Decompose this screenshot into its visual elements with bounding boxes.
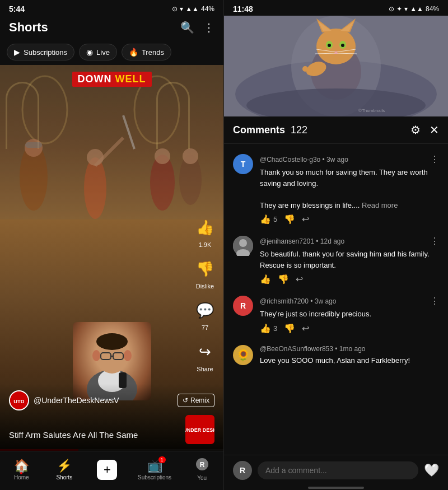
kitten-preview-svg: ©Thumbnails: [224, 16, 448, 116]
svg-point-17: [96, 333, 128, 350]
comment-body: @richsmith7200 • 3w ago ⋮ They're just s…: [260, 296, 439, 334]
close-comments-button[interactable]: ✕: [430, 123, 439, 137]
reply-comment-button[interactable]: ↩: [302, 323, 309, 334]
reply-comment-icon: ↩: [296, 274, 303, 284]
comment-more-icon[interactable]: ⋮: [430, 296, 439, 306]
filter-tab-live[interactable]: ◉ Live: [79, 44, 117, 60]
nav-shorts[interactable]: ⚡ Shorts: [48, 456, 81, 483]
nav-add[interactable]: +: [90, 458, 124, 482]
like-comment-count: 5: [273, 215, 277, 223]
read-more-link[interactable]: Read more: [362, 201, 398, 209]
svg-point-34: [316, 29, 356, 64]
channel-info: UTD @UnderTheDeskNewsV: [9, 390, 119, 410]
logo-well-text: WELL: [115, 73, 146, 85]
svg-point-6: [84, 157, 106, 219]
dislike-comment-button[interactable]: 👎: [278, 274, 289, 284]
right-battery-icon: 84%: [426, 5, 439, 13]
channel-thumbnail[interactable]: UNDER DESK: [185, 415, 214, 444]
you-icon: R: [196, 458, 208, 474]
like-button[interactable]: 👍 1.9K: [193, 216, 217, 248]
svg-point-11: [155, 148, 170, 164]
comment-body: @BeeOnASunflower853 • 1mo ago Love you S…: [260, 345, 439, 370]
comment-more-icon[interactable]: ⋮: [430, 236, 439, 246]
subscriptions-tab-label: Subscriptions: [24, 48, 67, 57]
svg-point-13: [183, 148, 198, 164]
comment-avatar[interactable]: 🌻: [233, 345, 253, 365]
share-button[interactable]: ↪ Share: [193, 340, 217, 372]
svg-text:UNDER
DESK: UNDER DESK: [185, 427, 214, 433]
reply-comment-icon: ↩: [302, 214, 309, 225]
comment-actions: 👍 5 👎 ↩: [260, 214, 439, 225]
like-comment-icon: 👍: [260, 214, 271, 225]
comment-body: @jenihansen7201 • 12d ago ⋮ So beautiful…: [260, 236, 439, 284]
home-indicator: [308, 487, 364, 489]
subscriptions-label: Subscriptions: [138, 474, 171, 480]
input-user-avatar: R: [233, 461, 252, 480]
filter-tab-subscriptions[interactable]: ▶ Subscriptions: [7, 44, 74, 60]
clock-icon: ⊙: [172, 5, 178, 13]
comment-input-field[interactable]: [258, 461, 418, 479]
like-comment-button[interactable]: 👍 5: [260, 214, 277, 225]
comment-text: They're just so incredibly precious.: [260, 309, 439, 320]
dislike-comment-button[interactable]: 👎: [284, 214, 295, 225]
remix-button[interactable]: ↺ Remix: [178, 394, 214, 407]
reply-comment-button[interactable]: ↩: [296, 274, 303, 284]
filter-tab-trends[interactable]: 🔥 Trends: [122, 44, 171, 60]
comments-list: T @ChadCostello-g3o • 3w ago ⋮ Thank you…: [224, 144, 448, 455]
svg-point-46: [302, 66, 308, 72]
svg-rect-5: [25, 142, 42, 148]
dislike-comment-button[interactable]: 👎: [284, 323, 295, 334]
filter-comments-button[interactable]: ⚙: [410, 123, 421, 137]
comment-actions: 👍 👎 ↩: [260, 274, 439, 284]
svg-point-19: [124, 350, 132, 361]
filter-tabs: ▶ Subscriptions ◉ Live 🔥 Trends: [0, 39, 223, 65]
nav-you[interactable]: R You: [185, 456, 219, 483]
page-title: Shorts: [9, 20, 48, 35]
comment-avatar[interactable]: [233, 236, 253, 256]
svg-point-42: [341, 44, 344, 47]
subscriptions-badge: 1: [158, 456, 166, 463]
home-label: Home: [14, 474, 29, 480]
left-time: 5:44: [9, 4, 25, 13]
dislike-button[interactable]: 👎 Dislike: [193, 257, 217, 290]
video-info-overlay: UTD @UnderTheDeskNewsV ↺ Remix Stiff Arm…: [0, 384, 223, 451]
dislike-comment-icon: 👎: [284, 323, 295, 334]
like-comment-button[interactable]: 👍: [260, 274, 271, 284]
nav-subscriptions[interactable]: 📺 1 Subscriptions: [133, 456, 176, 483]
kitten-video-preview[interactable]: ©Thumbnails: [224, 16, 448, 116]
channel-avatar[interactable]: UTD: [9, 390, 29, 410]
comment-author: @jenihansen7201 • 12d ago: [260, 237, 344, 245]
comment-input-bar: R 🤍: [224, 455, 448, 486]
comment-avatar[interactable]: R: [233, 296, 253, 316]
top-bar-actions: 🔍 ⋮: [180, 21, 214, 34]
remix-icon: ↺: [183, 396, 188, 404]
comment-meta: @richsmith7200 • 3w ago ⋮: [260, 296, 439, 306]
add-button[interactable]: +: [97, 460, 117, 480]
comment-meta: @BeeOnASunflower853 • 1mo ago: [260, 345, 439, 353]
nav-home[interactable]: 🏠 Home: [4, 456, 38, 483]
dislike-comment-icon: 👎: [278, 274, 289, 284]
comment-button[interactable]: 💬 77: [193, 298, 217, 331]
svg-point-54: [239, 239, 247, 247]
right-clock-icon: ⊙: [389, 5, 394, 13]
shorts-label: Shorts: [56, 474, 72, 480]
comment-author: @BeeOnASunflower853 • 1mo ago: [260, 345, 366, 353]
comment-more-icon[interactable]: ⋮: [430, 154, 439, 165]
channel-thumb-icon: UNDER DESK: [185, 415, 214, 444]
video-area[interactable]: DOWN WELL: [0, 65, 223, 451]
more-options-button[interactable]: ⋮: [203, 21, 214, 34]
video-actions: 👍 1.9K 👎 Dislike 💬 77 ↪ Share: [193, 216, 217, 372]
dislike-icon: 👎: [193, 257, 217, 281]
heart-button[interactable]: 🤍: [424, 463, 439, 478]
left-status-bar: 5:44 ⊙ ▾ ▲▲ 44%: [0, 0, 223, 16]
subscriptions-tab-icon: ▶: [14, 48, 20, 57]
like-count: 1.9K: [199, 241, 212, 248]
comment-body: @ChadCostello-g3o • 3w ago ⋮ Thank you s…: [260, 154, 439, 225]
search-button[interactable]: 🔍: [180, 21, 194, 34]
downwell-logo: DOWN WELL: [72, 72, 151, 87]
comment-text: Thank you so much for saving them. They …: [260, 167, 439, 211]
comment-avatar[interactable]: T: [233, 154, 253, 174]
video-title: Stiff Arm Salutes Are All The Same: [9, 430, 138, 440]
like-comment-button[interactable]: 👍 3: [260, 323, 277, 334]
reply-comment-button[interactable]: ↩: [302, 214, 309, 225]
